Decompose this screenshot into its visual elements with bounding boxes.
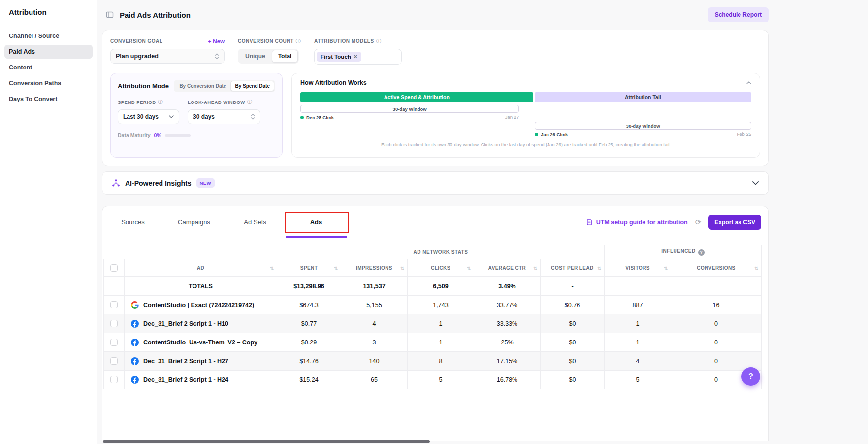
cell-conversions: 16 [671,296,762,314]
select-all-checkbox[interactable] [110,264,118,272]
totals-spent: $13,298.96 [277,277,341,296]
schedule-report-button[interactable]: Schedule Report [708,7,769,22]
green-dot-icon [535,133,538,136]
conversion-goal-select[interactable]: Plan upgraded [110,49,225,64]
new-conversion-goal-link[interactable]: + New [208,38,225,44]
facebook-icon [131,357,139,365]
chevron-down-icon[interactable] [752,181,759,185]
column-header-clicks[interactable]: CLICKS⇅ [408,259,474,277]
facebook-icon [131,376,139,384]
click-marker-1: Dec 28 Click [300,114,334,121]
book-icon [586,219,593,226]
totals-visitors [605,277,671,296]
conversion-count-group: CONVERSION COUNT ⓘ Unique Total [238,37,301,64]
column-header-conversions[interactable]: CONVERSIONS⇅ [671,259,762,277]
sidebar-item-content[interactable]: Content [4,61,93,74]
info-icon: ⓘ [376,38,382,45]
sort-icon[interactable]: ⇅ [754,265,759,271]
sort-icon[interactable]: ⇅ [467,265,471,271]
ad-name[interactable]: ContentStudio | Exact (724224219742) [143,302,254,308]
ai-insights-panel[interactable]: AI-Powered Insights NEW [102,171,769,195]
column-header-average-ctr[interactable]: AVERAGE CTR⇅ [474,259,541,277]
ads-table: AD NETWORK STATS INFLUENCED? AD⇅ SPENT⇅ … [103,245,762,389]
cell-cost-per-lead: $0.76 [541,296,605,314]
help-button[interactable]: ? [741,367,760,386]
filters-panel: CONVERSION GOAL + New Plan upgraded CONV… [102,30,769,166]
tab-ads[interactable]: Ads [286,206,347,238]
active-spend-bar: Active Spend & Attribution [300,92,533,102]
cell-average-ctr: 17.15% [474,352,541,371]
column-header-visitors[interactable]: VISITORS⇅ [605,259,671,277]
row-checkbox[interactable] [110,320,118,327]
attribution-models-label: ATTRIBUTION MODELS ⓘ [314,38,381,45]
how-attribution-works-title: How Attribution Works [300,79,367,86]
chevron-up-down-icon [251,113,255,120]
mode-option-by-conversion-date[interactable]: By Conversion Date [175,81,230,91]
cell-cost-per-lead: $0 [541,371,605,389]
tab-ad-sets[interactable]: Ad Sets [225,206,286,238]
green-dot-icon [300,116,304,119]
ad-name[interactable]: Dec_31_Brief 2 Script 1 - H10 [143,320,228,327]
totals-label: TOTALS [125,277,277,296]
tab-sources[interactable]: Sources [102,206,163,238]
cell-average-ctr: 16.78% [474,371,541,389]
collapse-sidebar-icon[interactable] [106,11,114,19]
look-ahead-window-value: 30 days [193,113,215,120]
sort-icon[interactable]: ⇅ [597,265,602,271]
row-checkbox[interactable] [110,376,118,383]
cell-checkbox [104,333,125,352]
sidebar-item-paid-ads[interactable]: Paid Ads [4,45,93,59]
cell-average-ctr: 33.77% [474,296,541,314]
cell-spent: $0.29 [277,333,341,352]
horizontal-scrollbar-thumb[interactable] [103,440,430,443]
sort-icon[interactable]: ⇅ [270,265,274,271]
sidebar-item-conversion-paths[interactable]: Conversion Paths [4,76,93,90]
ai-network-icon [112,179,120,187]
ad-name[interactable]: ContentStudio_Us-vs-Them_V2 – Copy [143,339,257,346]
refresh-icon[interactable]: ⟳ [695,218,702,227]
sort-icon[interactable]: ⇅ [334,265,338,271]
table-row: Dec_31_Brief 2 Script 1 - H10 $0.77 4 1 … [104,314,762,333]
influenced-info-icon[interactable]: ? [698,249,705,256]
sort-icon[interactable]: ⇅ [533,265,538,271]
column-header-ad[interactable]: AD⇅ [125,259,277,277]
conversion-count-label: CONVERSION COUNT ⓘ [238,38,301,45]
cell-ad: ContentStudio | Exact (724224219742) [125,296,277,314]
row-checkbox[interactable] [110,357,118,365]
facebook-icon [131,320,139,328]
cell-ad: Dec_31_Brief 2 Script 1 - H10 [125,314,277,333]
google-icon [131,301,139,309]
cell-spent: $14.76 [277,352,341,371]
chevron-up-down-icon [215,53,219,60]
ad-name[interactable]: Dec_31_Brief 2 Script 1 - H24 [143,376,228,383]
spend-period-select[interactable]: Last 30 days [118,109,179,124]
utm-setup-guide-link[interactable]: UTM setup guide for attribution [586,219,688,226]
row-checkbox[interactable] [110,301,118,308]
column-header-spent[interactable]: SPENT⇅ [277,259,341,277]
attribution-models-select[interactable]: First Touch × [314,49,402,65]
attribution-mode-title: Attribution Mode [118,82,169,90]
sidebar-item-channel-source[interactable]: Channel / Source [4,29,93,43]
column-header-cost-per-lead[interactable]: COST PER LEAD⇅ [541,259,605,277]
sort-icon[interactable]: ⇅ [400,265,405,271]
look-ahead-window-select[interactable]: 30 days [188,109,260,124]
chevron-up-icon[interactable] [746,81,751,84]
mode-option-by-spend-date[interactable]: By Spend Date [230,81,274,91]
conversion-goal-label: CONVERSION GOAL [110,38,162,44]
export-csv-button[interactable]: Export as CSV [708,215,761,230]
cell-impressions: 65 [341,371,408,389]
data-maturity-label: Data Maturity [118,132,151,138]
remove-model-icon[interactable]: × [354,54,357,60]
ad-name[interactable]: Dec_31_Brief 2 Script 1 - H27 [143,358,228,365]
attribution-tail-bar: Attribution Tail [535,92,751,102]
spend-period-value: Last 30 days [123,113,159,120]
tab-campaigns[interactable]: Campaigns [163,206,225,238]
sidebar-item-days-to-convert[interactable]: Days To Convert [4,92,93,106]
cell-ad: Dec_31_Brief 2 Script 1 - H27 [125,352,277,371]
row-checkbox[interactable] [110,339,118,346]
column-header-impressions[interactable]: IMPRESSIONS⇅ [341,259,408,277]
sort-icon[interactable]: ⇅ [664,265,668,271]
count-option-unique[interactable]: Unique [239,50,272,63]
count-option-total[interactable]: Total [272,50,298,63]
group-header-empty [104,245,277,259]
